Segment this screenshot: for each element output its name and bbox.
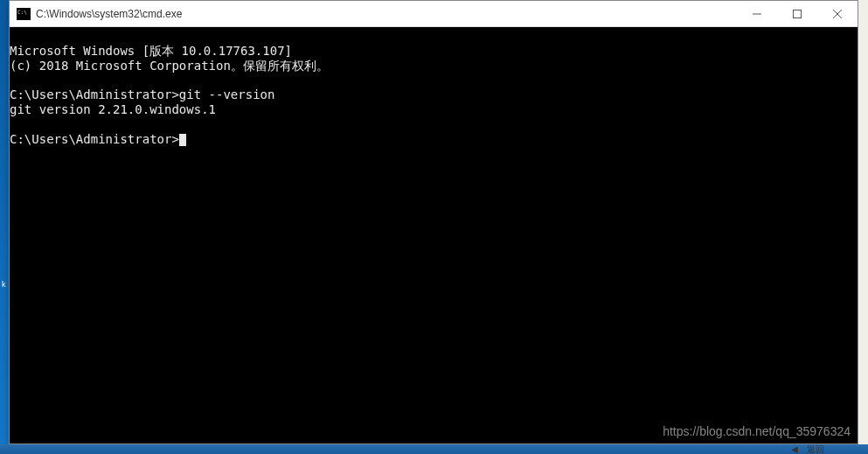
cmd-icon [17, 8, 31, 20]
taskbar-right: ◀ 返回 [791, 444, 824, 454]
desktop-icon-label: k [2, 280, 6, 289]
terminal-body[interactable]: Microsoft Windows [版本 10.0.17763.107] (c… [10, 27, 858, 444]
terminal-line: C:\Users\Administrator>git --version [10, 87, 274, 101]
terminal-line: Microsoft Windows [版本 10.0.17763.107] [10, 44, 292, 58]
svg-rect-1 [794, 10, 802, 18]
back-arrow-icon[interactable]: ◀ [791, 444, 798, 454]
cmd-window: C:\Windows\system32\cmd.exe Microsoft Wi… [9, 0, 858, 444]
minimize-button[interactable] [737, 1, 777, 27]
window-controls [737, 1, 858, 26]
terminal-line: git version 2.21.0.windows.1 [10, 102, 216, 116]
maximize-icon [793, 10, 802, 18]
cursor [179, 134, 186, 146]
minimize-icon [753, 10, 761, 18]
back-label: 返回 [807, 444, 824, 455]
maximize-button[interactable] [777, 1, 817, 27]
terminal-line: (c) 2018 Microsoft Corporation。保留所有权利。 [10, 59, 329, 73]
right-background-strip [858, 0, 868, 454]
titlebar[interactable]: C:\Windows\system32\cmd.exe [10, 1, 858, 27]
taskbar[interactable] [0, 444, 868, 454]
close-button[interactable] [817, 1, 858, 27]
watermark: https://blog.csdn.net/qq_35976324 [663, 424, 851, 438]
close-icon [833, 10, 842, 18]
terminal-prompt: C:\Users\Administrator> [10, 132, 179, 146]
window-title: C:\Windows\system32\cmd.exe [36, 8, 737, 20]
